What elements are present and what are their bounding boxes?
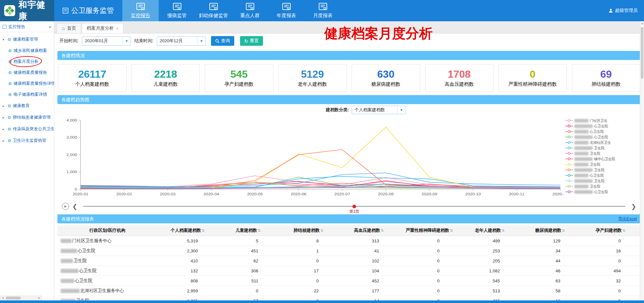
vertical-scrollbar[interactable]: ▲ [640, 21, 644, 300]
nav-item-5[interactable]: 月度报表 [305, 0, 341, 21]
legend-item-5[interactable]: 卫生院 [565, 146, 639, 151]
legend-label: 心卫生院 [590, 129, 604, 134]
legend-item-9[interactable]: 卫生院 [565, 168, 639, 172]
legend-item-13[interactable]: 心卫生院 [565, 190, 639, 194]
legend-item-6[interactable]: 卫生院 [565, 151, 639, 156]
legend-item-11[interactable]: 卫生院 [565, 179, 639, 183]
export-excel-link[interactable]: 导出Excel [618, 216, 637, 222]
sidebar-subitem-0-2[interactable]: ⚙健康档案质量报告 [0, 67, 54, 78]
sidebar-horizontal-scrollbar[interactable]: ◄ ► [0, 296, 42, 300]
sidebar-item-0[interactable]: ▾⚙健康档案管理 [0, 34, 54, 45]
column-header-6[interactable]: 老年人建档数⇅ [459, 225, 520, 236]
legend-item-0[interactable]: 门社区卫生 [565, 118, 639, 123]
sort-icon[interactable]: ⇅ [320, 229, 323, 232]
legend-item-10[interactable]: 心卫生院 [565, 173, 639, 178]
blurred-org-name [574, 179, 593, 183]
nav-item-0[interactable]: 监控报告 [122, 0, 159, 21]
sidebar-item-label: 卫生计生监督协管 [13, 138, 46, 143]
report-icon [245, 3, 255, 11]
query-button[interactable]: 查询 [211, 36, 234, 46]
value-cell: 1 [278, 246, 339, 256]
end-time-select[interactable]: 2020年12月 ▼ [157, 36, 206, 46]
stat-value: 5129 [301, 69, 324, 79]
legend-label: 卫生院 [590, 162, 600, 167]
sort-icon[interactable]: ⇅ [562, 229, 565, 232]
pagination-track[interactable]: 第1页 [83, 206, 625, 207]
svg-text:2020-08: 2020-08 [378, 192, 394, 196]
legend-marker-icon [565, 152, 573, 156]
scroll-up-icon[interactable]: ▲ [640, 22, 644, 25]
stat-card-4: 630糖尿病建档数 [352, 64, 420, 92]
blurred-org-name [61, 289, 80, 293]
sidebar-subitem-0-1[interactable]: ⚙档案月度分析 [0, 56, 54, 67]
scrollbar-thumb[interactable] [641, 27, 643, 79]
sidebar-subitem-0-0[interactable]: ⚙城乡居民健康档案 [0, 45, 54, 56]
reset-button[interactable]: ↻ 重置 [240, 36, 263, 46]
legend-label: 卫生院 [590, 151, 600, 156]
tab-1[interactable]: 档案月度分析× [82, 23, 124, 33]
legend-item-1[interactable]: 心卫生院 [565, 124, 639, 129]
pagination-current-dot[interactable] [353, 205, 356, 208]
column-header-5[interactable]: 严重性精神障碍建档数⇅ [399, 225, 459, 236]
sidebar-item-1[interactable]: ▸⚙健康教育 [0, 100, 54, 112]
sidebar-collapse-icon[interactable]: « [49, 24, 51, 29]
prev-page-icon[interactable]: ❮ [72, 203, 77, 210]
start-time-select[interactable]: 2020年01月 ▼ [82, 36, 131, 46]
legend-marker-icon [565, 119, 573, 123]
svg-text:0: 0 [75, 187, 77, 191]
close-icon[interactable]: × [116, 26, 119, 31]
legend-item-7[interactable]: 镇中心卫生院 [565, 157, 639, 161]
nav-item-3[interactable]: 重点人群 [232, 0, 268, 21]
value-cell: 499 [459, 236, 520, 246]
sort-icon[interactable]: ⇅ [622, 229, 625, 232]
value-cell: 511 [218, 276, 278, 286]
category-select[interactable]: 个人档案建档数 ▼ [352, 106, 406, 114]
value-cell: 0 [399, 256, 459, 266]
stat-value: 2218 [154, 69, 177, 79]
start-time-label: 开始时间: [59, 38, 79, 44]
scroll-right-icon[interactable]: ► [37, 297, 42, 299]
sort-icon[interactable]: ⇅ [450, 229, 453, 232]
legend-label: 卫生院 [594, 168, 605, 172]
legend-item-2[interactable]: 心卫生院 [565, 129, 639, 134]
gear-icon: ⚙ [7, 103, 11, 108]
legend-item-3[interactable]: 心卫生院 [565, 135, 639, 140]
value-cell: 513 [459, 286, 520, 296]
sidebar-subitem-0-4[interactable]: ⚙电子健康档案详情 [0, 89, 54, 100]
legend-item-8[interactable]: 卫生院 [565, 162, 639, 167]
sort-icon[interactable]: ⇅ [381, 229, 384, 232]
scroll-left-icon[interactable]: ◄ [0, 297, 5, 299]
column-header-7[interactable]: 糖尿病建档数⇅ [520, 225, 580, 236]
scrollbar-thumb[interactable] [6, 297, 21, 299]
play-button[interactable]: ▶ [62, 203, 69, 210]
sidebar-item-4[interactable]: ▸⚙卫生计生监督协管 [0, 135, 54, 146]
sidebar-item-3[interactable]: ▸⚙传染病及突发公共卫生事件 [0, 123, 54, 135]
column-header-3[interactable]: 肺结核建档数⇅ [278, 225, 339, 236]
column-header-label: 儿童建档数 [236, 228, 257, 233]
tab-0[interactable]: ⌂首页 [57, 23, 81, 33]
sort-icon[interactable]: ⇅ [202, 229, 205, 232]
legend-marker-icon [565, 135, 573, 139]
nav-item-2[interactable]: 妇幼保健监管 [195, 0, 232, 21]
nav-item-1[interactable]: 慢病监管 [159, 0, 195, 21]
column-header-2[interactable]: 儿童建档数⇅ [218, 225, 278, 236]
sidebar-subitem-0-3[interactable]: ⚙健康档案质量报告详情 [0, 78, 54, 89]
user-menu[interactable]: 超级管理员 [609, 0, 644, 21]
legend-item-4[interactable]: 北湖社区卫生 [565, 140, 639, 145]
column-header-4[interactable]: 高血压建档数⇅ [339, 225, 399, 236]
sidebar-item-2[interactable]: ▸⚙肺结核患者健康管理 [0, 112, 54, 123]
sort-icon[interactable]: ⇅ [502, 229, 505, 232]
sort-icon[interactable]: ⇅ [258, 229, 261, 232]
nav-item-4[interactable]: 年度报表 [268, 0, 305, 21]
stats-section-title: 各建档情况 [61, 53, 85, 59]
next-page-icon[interactable]: ❯ [631, 203, 636, 210]
value-cell: 452 [339, 276, 399, 286]
logo-diamond-icon [4, 5, 15, 16]
column-header-8[interactable]: 孕产妇建档数⇅ [580, 225, 641, 236]
stat-card-1: 2218儿童建档数 [132, 64, 200, 92]
gear-icon: ⚙ [8, 48, 12, 53]
column-header-1[interactable]: 个人档案建档数⇅ [157, 225, 218, 236]
legend-item-12[interactable]: 卫生院 [565, 184, 639, 189]
category-label: 建档数分类: [326, 107, 349, 113]
top-nav: 监控报告慢病监管妇幼保健监管重点人群年度报表月度报表 [122, 0, 341, 21]
